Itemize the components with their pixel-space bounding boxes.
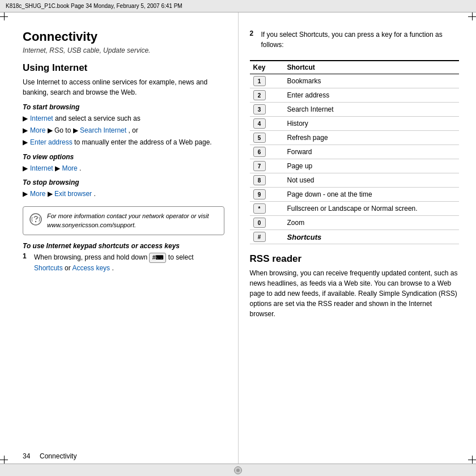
table-row: 3Search Internet	[250, 103, 459, 117]
info-icon	[29, 212, 42, 226]
page-label: Connectivity	[40, 452, 76, 460]
subtitle: Internet, RSS, USB cable, Update service…	[23, 46, 224, 54]
browse-step-3: ▶ Enter address to manually enter the ad…	[23, 137, 224, 148]
browse-step-2-text: ▶ Go to ▶	[48, 126, 80, 134]
view-options-title: To view options	[23, 153, 224, 161]
right-column: 2 If you select Shortcuts, you can press…	[239, 12, 476, 464]
key-cell: *	[250, 202, 284, 216]
shortcut-cell: Zoom	[284, 216, 459, 230]
shortcut-cell: Not used	[284, 173, 459, 188]
shortcuts-table: Key Shortcut 1Bookmarks2Enter address3Se…	[250, 60, 459, 244]
enter-address-link[interactable]: Enter address	[30, 138, 73, 146]
shortcut-cell: Search Internet	[284, 103, 459, 117]
key-cell: 2	[250, 88, 284, 103]
note-text: For more information contact your networ…	[47, 211, 218, 230]
step1-end: .	[112, 264, 113, 272]
shortcuts-link[interactable]: Shortcuts	[34, 264, 63, 272]
key-cell: 5	[250, 131, 284, 145]
table-row: 8Not used	[250, 173, 459, 188]
key-badge: *	[253, 203, 266, 214]
shortcut-cell: Enter address	[284, 88, 459, 103]
stop-browsing-end: .	[94, 190, 95, 198]
start-browsing-title: To start browsing	[23, 103, 224, 111]
internet-body: Use Internet to access online services f…	[23, 77, 224, 97]
key-cell: 3	[250, 103, 284, 117]
table-row: #Shortcuts	[250, 230, 459, 244]
arrow-icon-3: ▶	[23, 137, 28, 148]
table-row: 4History	[250, 117, 459, 131]
key-badge: 8	[253, 175, 266, 185]
key-cell: 4	[250, 117, 284, 131]
shortcut-cell: Fullscreen or Landscape or Normal screen…	[284, 202, 459, 216]
step1-text2: to select	[168, 253, 194, 261]
table-row: *Fullscreen or Landscape or Normal scree…	[250, 202, 459, 216]
main-title: Connectivity	[23, 29, 224, 44]
key-badge: 5	[253, 133, 266, 143]
table-row: 9Page down - one at the time	[250, 188, 459, 202]
shortcut-cell: Shortcuts	[284, 230, 459, 244]
bottom-bar	[0, 464, 476, 476]
browse-step-3-text: to manually enter the address of a Web p…	[74, 138, 212, 146]
rss-body: When browsing, you can receive frequentl…	[250, 268, 459, 319]
table-row: 0Zoom	[250, 216, 459, 230]
more-link-2[interactable]: More	[62, 164, 77, 172]
key-badge: 9	[253, 189, 266, 199]
more-link[interactable]: More	[30, 126, 45, 134]
left-column: Connectivity Internet, RSS, USB cable, U…	[0, 12, 238, 464]
col-header-shortcut: Shortcut	[284, 61, 459, 74]
content-area: Connectivity Internet, RSS, USB cable, U…	[0, 12, 476, 464]
access-keys-link[interactable]: Access keys	[72, 264, 110, 272]
key-cell: 9	[250, 188, 284, 202]
step-1-instruction: 1 When browsing, press and hold down #⌨ …	[23, 252, 224, 274]
page-number: 34	[23, 452, 30, 460]
header-text: K818c_SHUG_P1C.book Page 34 Monday, Febr…	[6, 3, 182, 9]
key-cell: 1	[250, 74, 284, 88]
col-header-key: Key	[250, 61, 284, 74]
arrow-icon: ▶	[23, 113, 28, 124]
key-badge: 7	[253, 161, 266, 171]
shortcut-cell: Page up	[284, 159, 459, 173]
using-internet-title: Using Internet	[23, 62, 224, 74]
view-options-text: ▶	[55, 164, 62, 172]
key-badge: 2	[253, 90, 266, 100]
key-badge: 6	[253, 147, 266, 157]
rss-title: RSS reader	[250, 253, 459, 265]
header-bar: K818c_SHUG_P1C.book Page 34 Monday, Febr…	[0, 0, 476, 12]
arrow-icon-2: ▶	[23, 125, 28, 136]
view-options-end: .	[79, 164, 81, 172]
arrow-icon-4: ▶	[23, 163, 28, 174]
browse-step-1-text: and select a service such as	[55, 114, 141, 122]
key-cell: 8	[250, 173, 284, 188]
search-internet-link[interactable]: Search Internet	[80, 126, 126, 134]
browse-step-2: ▶ More ▶ Go to ▶ Search Internet , or	[23, 125, 224, 136]
shortcut-cell: Refresh page	[284, 131, 459, 145]
key-cell: 6	[250, 145, 284, 159]
hash-key-badge: #⌨	[149, 253, 166, 263]
key-badge: 1	[253, 76, 266, 86]
step-number-1: 1	[23, 252, 31, 260]
shortcut-cell: Page down - one at the time	[284, 188, 459, 202]
bottom-dot	[234, 466, 242, 474]
stop-browsing-title: To stop browsing	[23, 178, 224, 186]
step1-text: When browsing, press and hold down	[34, 253, 147, 261]
bottom-dot-inner	[236, 469, 240, 472]
more-link-3[interactable]: More	[30, 190, 45, 198]
shortcut-cell: Forward	[284, 145, 459, 159]
table-row: 2Enter address	[250, 88, 459, 103]
step-2-instruction: 2 If you select Shortcuts, you can press…	[250, 29, 459, 54]
key-cell: #	[250, 230, 284, 244]
table-row: 7Page up	[250, 159, 459, 173]
key-cell: 0	[250, 216, 284, 230]
exit-browser-link[interactable]: Exit browser	[54, 190, 92, 198]
view-options-step: ▶ Internet ▶ More .	[23, 163, 224, 174]
internet-link-2[interactable]: Internet	[30, 164, 53, 172]
key-badge: 0	[253, 218, 266, 228]
browse-step-2-or: , or	[128, 126, 138, 134]
note-box: For more information contact your networ…	[23, 206, 224, 235]
shortcut-cell: History	[284, 117, 459, 131]
step1-or: or	[65, 264, 72, 272]
arrow-icon-5: ▶	[23, 189, 28, 199]
svg-point-1	[35, 221, 36, 222]
internet-link[interactable]: Internet	[30, 114, 53, 122]
table-row: 1Bookmarks	[250, 74, 459, 88]
